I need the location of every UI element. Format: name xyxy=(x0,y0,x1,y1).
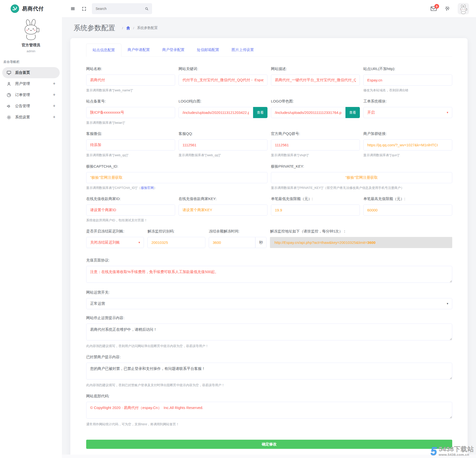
messages-button[interactable]: 0 xyxy=(430,6,437,11)
watermark-url: www.5438.com.cn xyxy=(439,453,474,457)
private-key-input[interactable] xyxy=(271,172,452,183)
search-input[interactable] xyxy=(95,6,145,11)
field-site-switch: 网站运营开关: 正常运营 ▼ xyxy=(86,290,452,309)
user-avatar[interactable] xyxy=(20,19,42,41)
field-label: 解冻监控地址如下（请挂监控，每分钟1次）： xyxy=(270,229,452,234)
stop-notice-textarea[interactable]: 易商代付系统正在维护中，请稍后访问！ xyxy=(86,324,452,340)
form-row: 网站名称: 显示调用数据库表"['web_name']" 网站关键词: 网站描述… xyxy=(86,67,452,99)
field-label: 冻结余额解冻时间: xyxy=(209,229,267,234)
geetest-site-link[interactable]: 极验官网 xyxy=(141,186,154,190)
site-url-input[interactable] xyxy=(363,75,452,86)
description-input[interactable] xyxy=(271,75,360,86)
field-help: 显示调用数据库表"['beian']" xyxy=(86,121,175,125)
field-stop-notice: 网站停止运营提示内容: 易商代付系统正在维护中，请稍后访问！ 此内容强烈建议填写… xyxy=(86,316,452,348)
search-icon[interactable] xyxy=(145,7,149,11)
expand-plus-icon[interactable]: + xyxy=(53,81,55,86)
freeze-delay-select[interactable]: 关闭冻结延迟到账 ▼ xyxy=(86,237,144,248)
form-row: 站点备案号: 显示调用数据库表"['beian']" LOGO纯白图: 查看 L… xyxy=(86,99,452,131)
field-beian: 站点备案号: 显示调用数据库表"['beian']" xyxy=(86,99,175,125)
user-name: 官方管理员 xyxy=(0,43,62,48)
kf-wechat-input[interactable] xyxy=(86,139,175,151)
expand-plus-icon[interactable]: + xyxy=(53,115,55,120)
keywords-input[interactable] xyxy=(179,75,267,86)
qq-group-input[interactable] xyxy=(271,139,360,151)
monitor-icon xyxy=(6,70,11,75)
tab-site-info[interactable]: 站点信息配置 xyxy=(86,44,121,57)
captcha-id-input[interactable] xyxy=(86,172,267,183)
tab-sms-email[interactable]: 短信邮箱配置 xyxy=(191,44,225,56)
field-help: 显示调用数据库表"['web_name']" xyxy=(86,88,175,93)
brand-name: 易商代付 xyxy=(22,5,44,12)
fullscreen-button[interactable] xyxy=(80,5,88,13)
field-ticket-module: 工单系统模块: 开启 ▼ xyxy=(363,99,452,125)
topbar-avatar[interactable] xyxy=(458,3,469,14)
field-merchant-id: 在线充值收款商家ID: 系统收款所用商户ID，包括测试支付页面！ xyxy=(86,197,175,223)
ban-notice-textarea[interactable]: 您的商户已被封禁，已禁止登录和支付操作，有问题请联系平台客服！ xyxy=(86,363,452,380)
hamburger-menu-button[interactable] xyxy=(69,5,77,13)
breadcrumb-current: 系统参数配置 xyxy=(137,26,158,30)
field-help: 此内容强烈建议填写，否则用户访问网站弹出阻断页中提示内容为空，容易误导用户！ xyxy=(86,344,452,348)
brand[interactable]: 易商代付 xyxy=(0,0,62,13)
select-value: 开启 xyxy=(367,110,375,115)
thaw-code-input[interactable] xyxy=(147,237,205,248)
url-text: http://Espay.cn/api.php?act=thaw&key=200… xyxy=(274,240,367,245)
form-row: 极验CAPTCHA_ID: 显示调用数据库表"['CAPTCHA_ID']"（极… xyxy=(86,164,452,197)
field-thaw-code: 解冻监控识别码: xyxy=(147,229,205,248)
view-logo-white-button[interactable]: 查看 xyxy=(253,107,267,118)
tab-merchant-apply[interactable]: 商户申请配置 xyxy=(121,44,156,56)
field-label: 网站描述: xyxy=(271,67,360,71)
field-web-name: 网站名称: 显示调用数据库表"['web_name']" xyxy=(86,67,175,93)
watermark-text: 5438下载站 www.5438.com.cn xyxy=(439,446,474,457)
ticket-module-select[interactable]: 开启 ▼ xyxy=(363,107,452,118)
home-icon[interactable] xyxy=(126,26,130,30)
sidebar-item-settings[interactable]: 系统设置 + xyxy=(2,112,60,123)
kf-qq-input[interactable] xyxy=(179,139,267,151)
thaw-monitor-url: http://Espay.cn/api.php?act=thaw&key=200… xyxy=(270,237,452,248)
sidebar-item-users[interactable]: 用户管理 + xyxy=(2,78,60,89)
apps-dots-button[interactable] xyxy=(443,4,452,13)
web-name-input[interactable] xyxy=(86,75,175,86)
field-label: 极验PRIVATE_KEY: xyxy=(271,164,452,169)
merchant-key-input[interactable] xyxy=(179,204,267,216)
expand-plus-icon[interactable]: + xyxy=(53,103,55,109)
field-label: 网站运营开关: xyxy=(86,290,452,295)
recharge-agreement-textarea[interactable]: 注意：在线充值将收取%手续费用，免手续费可联系人工加款最低充值500起。 xyxy=(86,266,452,283)
tab-image-upload[interactable]: 图片上传设置 xyxy=(225,44,260,56)
field-help: 显示调用数据库表"['qun']" xyxy=(363,153,452,157)
confirm-save-button[interactable]: 确定修改 xyxy=(86,440,452,449)
help-text: 显示调用数据库表"['CAPTCHA_ID']"（ xyxy=(86,186,141,190)
nav-section-label: 后台导航栏 xyxy=(0,53,62,67)
beian-input[interactable] xyxy=(86,107,175,118)
thaw-time-input[interactable] xyxy=(209,237,256,248)
min-recharge-input[interactable] xyxy=(271,204,360,216)
tab-bar: 站点信息配置 商户申请配置 商户登录配置 短信邮箱配置 图片上传设置 xyxy=(86,44,452,57)
sidebar-item-dashboard[interactable]: 后台首页 xyxy=(2,67,60,78)
expand-plus-icon[interactable]: + xyxy=(53,92,55,98)
field-label: 网站底部代码: xyxy=(86,394,452,399)
field-freeze-delay: 是否开启冻结延迟到账: 关闭冻结延迟到账 ▼ xyxy=(86,229,144,248)
sidebar-item-orders[interactable]: 订单管理 + xyxy=(2,89,60,101)
field-help: 显示调用数据库表"['PRIVATE_KEY']"（留空用户将无法修改商户信息及… xyxy=(271,186,452,190)
field-label: 商户加群链接: xyxy=(363,131,452,136)
topbar-right: 0 xyxy=(430,3,469,14)
page-title: 系统参数配置 xyxy=(74,23,115,33)
logo-color-input[interactable] xyxy=(271,107,345,118)
select-value: 正常运营 xyxy=(90,301,105,306)
sidebar-item-announcements[interactable]: 公告管理 + xyxy=(2,101,60,112)
field-help: 显示调用数据库表"['web_qq']" xyxy=(179,153,267,157)
field-help: 修改为本站域名，否则回调出错 xyxy=(363,88,452,93)
view-logo-color-button[interactable]: 查看 xyxy=(345,107,360,118)
user-icon xyxy=(6,81,11,86)
logo-white-input[interactable] xyxy=(179,107,253,118)
chevron-down-icon: ▼ xyxy=(446,111,449,114)
site-switch-select[interactable]: 正常运营 ▼ xyxy=(86,298,452,309)
field-logo-color: LOGO带色图: 查看 xyxy=(271,99,360,125)
footer-code-textarea[interactable]: © CopyRight 2020 · 易商代付（espay.Cn） Inc.Al… xyxy=(86,402,452,419)
tab-merchant-login[interactable]: 商户登录配置 xyxy=(156,44,191,56)
field-footer-code: 网站底部代码: © CopyRight 2020 · 易商代付（espay.Cn… xyxy=(86,394,452,427)
field-min-recharge: 单笔最低充值限额（元）: xyxy=(271,197,360,223)
group-link-input[interactable] xyxy=(363,139,452,151)
merchant-id-input[interactable] xyxy=(86,204,175,216)
max-recharge-input[interactable] xyxy=(363,204,452,216)
field-label: 工单系统模块: xyxy=(363,99,452,104)
